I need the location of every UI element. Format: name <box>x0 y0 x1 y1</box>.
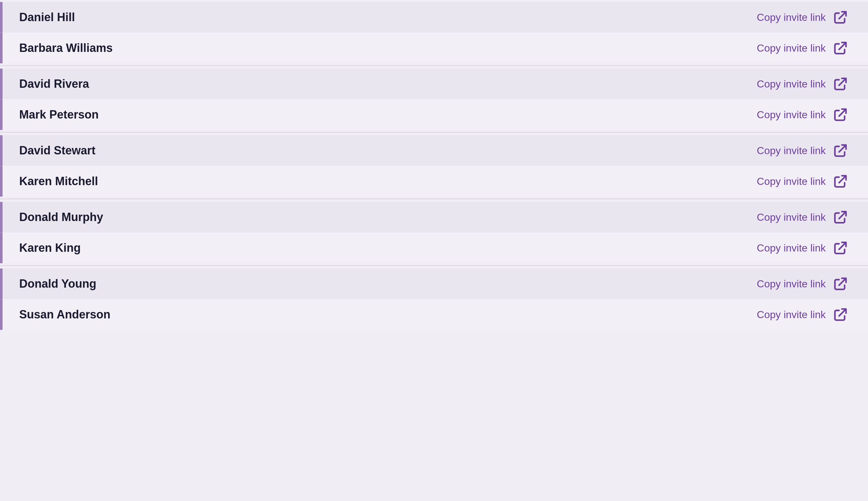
copy-invite-link-button[interactable]: Copy invite link <box>757 209 849 225</box>
copy-invite-link-label: Copy invite link <box>757 175 826 188</box>
copy-link-icon <box>832 276 849 292</box>
list-item: Mark PetersonCopy invite link <box>0 99 868 130</box>
copy-link-icon <box>832 76 849 92</box>
person-name: Daniel Hill <box>13 11 75 24</box>
copy-link-icon <box>832 40 849 56</box>
group-5: Donald YoungCopy invite link Susan Ander… <box>0 267 868 332</box>
person-name: Susan Anderson <box>13 308 110 321</box>
group-border-accent <box>0 166 2 197</box>
group-4: Donald MurphyCopy invite link Karen King… <box>0 200 868 266</box>
list-item: Barbara WilliamsCopy invite link <box>0 33 868 63</box>
copy-link-icon <box>832 106 849 123</box>
copy-invite-link-button[interactable]: Copy invite link <box>757 106 849 123</box>
list-item: David RiveraCopy invite link <box>0 68 868 99</box>
person-name: Donald Murphy <box>13 211 103 224</box>
copy-invite-link-label: Copy invite link <box>757 211 826 223</box>
person-name: David Rivera <box>13 77 89 90</box>
copy-link-icon <box>832 173 849 190</box>
copy-invite-link-label: Copy invite link <box>757 78 826 90</box>
copy-invite-link-button[interactable]: Copy invite link <box>757 173 849 190</box>
group-border-accent <box>0 268 2 299</box>
list-item: Karen MitchellCopy invite link <box>0 166 868 197</box>
group-border-accent <box>0 33 2 63</box>
list-item: Daniel HillCopy invite link <box>0 2 868 33</box>
group-3: David StewartCopy invite link Karen Mitc… <box>0 133 868 199</box>
copy-invite-link-label: Copy invite link <box>757 278 826 290</box>
group-2: David RiveraCopy invite link Mark Peters… <box>0 67 868 132</box>
list-item: Donald MurphyCopy invite link <box>0 202 868 233</box>
copy-invite-link-label: Copy invite link <box>757 145 826 157</box>
copy-link-icon <box>832 9 849 25</box>
person-name: Mark Peterson <box>13 108 99 121</box>
copy-invite-link-button[interactable]: Copy invite link <box>757 76 849 92</box>
list-item: Donald YoungCopy invite link <box>0 268 868 299</box>
copy-link-icon <box>832 306 849 323</box>
person-name: Donald Young <box>13 277 96 290</box>
copy-invite-link-label: Copy invite link <box>757 42 826 54</box>
person-name: Barbara Williams <box>13 41 113 55</box>
copy-invite-link-button[interactable]: Copy invite link <box>757 142 849 159</box>
group-border-accent <box>0 135 2 166</box>
invite-list: Daniel HillCopy invite link Barbara Will… <box>0 0 868 332</box>
person-name: David Stewart <box>13 144 95 157</box>
list-item: Karen KingCopy invite link <box>0 233 868 263</box>
group-border-accent <box>0 233 2 263</box>
person-name: Karen Mitchell <box>13 174 98 188</box>
group-border-accent <box>0 68 2 99</box>
copy-invite-link-button[interactable]: Copy invite link <box>757 40 849 56</box>
group-border-accent <box>0 2 2 33</box>
group-border-accent <box>0 99 2 130</box>
copy-link-icon <box>832 142 849 159</box>
copy-invite-link-label: Copy invite link <box>757 12 826 23</box>
person-name: Karen King <box>13 241 81 255</box>
copy-invite-link-button[interactable]: Copy invite link <box>757 306 849 323</box>
copy-link-icon <box>832 239 849 256</box>
copy-invite-link-button[interactable]: Copy invite link <box>757 276 849 292</box>
list-item: David StewartCopy invite link <box>0 135 868 166</box>
copy-invite-link-button[interactable]: Copy invite link <box>757 9 849 25</box>
group-border-accent <box>0 299 2 330</box>
copy-invite-link-button[interactable]: Copy invite link <box>757 239 849 256</box>
list-item: Susan AndersonCopy invite link <box>0 299 868 330</box>
copy-invite-link-label: Copy invite link <box>757 109 826 121</box>
copy-link-icon <box>832 209 849 225</box>
group-1: Daniel HillCopy invite link Barbara Will… <box>0 0 868 66</box>
copy-invite-link-label: Copy invite link <box>757 242 826 254</box>
group-border-accent <box>0 202 2 233</box>
copy-invite-link-label: Copy invite link <box>757 309 826 321</box>
